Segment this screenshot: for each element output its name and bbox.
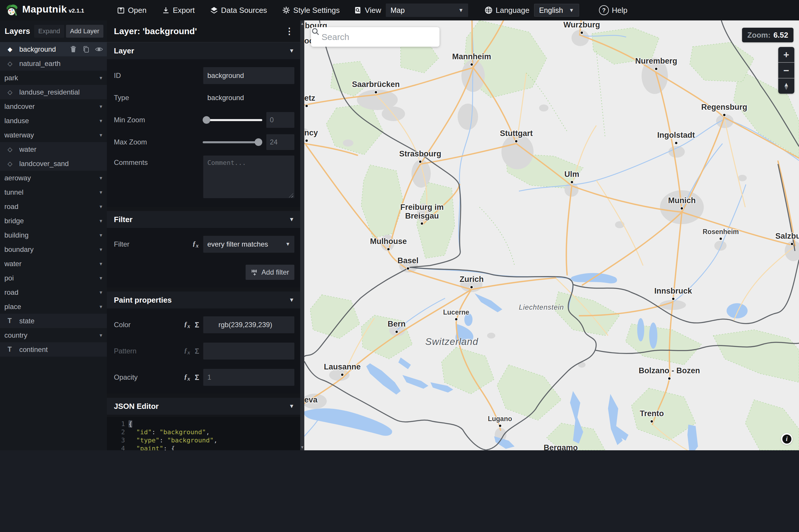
delete-layer-icon[interactable]	[69, 45, 78, 54]
min-zoom-field[interactable]	[266, 112, 294, 128]
min-zoom-slider[interactable]	[203, 116, 262, 124]
color-swatch[interactable]	[204, 318, 213, 331]
layer-list-item[interactable]: poi ▾	[0, 271, 107, 285]
layer-list-item[interactable]: landuse ▾	[0, 114, 107, 128]
section-paint[interactable]: Paint properties ▼	[107, 291, 304, 308]
layer-list-item[interactable]: boundary ▾	[0, 242, 107, 256]
city-label: Innsbruck	[654, 287, 692, 301]
layer-list-item[interactable]: bridge ▾	[0, 214, 107, 228]
map-navigation-controls: + − ▲▼	[778, 47, 794, 94]
city-label: Regensburg	[701, 103, 747, 117]
city-dot	[395, 330, 398, 334]
scroll-up-icon[interactable]: ▲	[300, 20, 304, 26]
add-filter-button[interactable]: Add filter	[246, 265, 294, 280]
editor-scrollbar[interactable]: ▲ ▼	[300, 20, 304, 450]
layer-list-item[interactable]: state	[0, 314, 107, 328]
sigma-icon[interactable]: Σ	[195, 373, 199, 382]
layer-list-item[interactable]: water	[0, 142, 107, 156]
id-label: ID	[114, 72, 203, 80]
city-label: Strasbourg	[399, 150, 441, 164]
function-icon[interactable]: ƒx	[184, 373, 190, 382]
view-select[interactable]: Map ▼	[386, 3, 468, 17]
app-version: v2.1.1	[69, 7, 84, 14]
opacity-field[interactable]	[203, 369, 294, 386]
slider-thumb[interactable]	[203, 116, 210, 124]
max-zoom-slider[interactable]	[203, 138, 262, 146]
layer-list-item[interactable]: road ▾	[0, 199, 107, 214]
city-label: ncy	[304, 129, 318, 142]
help-button[interactable]: ? Help	[599, 5, 627, 15]
function-icon[interactable]: ƒx	[184, 320, 190, 329]
layer-list-item[interactable]: water ▾	[0, 256, 107, 271]
map-viewport[interactable]: bourg oc Wurzburg Mannheim Nuremberg Saa…	[304, 20, 799, 450]
chevron-down-icon: ▼	[289, 216, 294, 223]
city-label: Lucerne	[443, 309, 469, 321]
map-search[interactable]	[311, 27, 440, 47]
globe-icon	[484, 6, 493, 14]
sigma-icon[interactable]: Σ	[195, 321, 199, 329]
city-label: Bergamo	[543, 443, 578, 450]
filter-combinator-select[interactable]: every filter matches ▼	[203, 236, 294, 253]
layer-list-item[interactable]: landuse_residential	[0, 85, 107, 99]
layer-list-item[interactable]: landcover_sand	[0, 156, 107, 171]
id-field[interactable]	[203, 67, 294, 84]
chevron-down-icon: ▼	[289, 403, 294, 410]
attribution-button[interactable]: i	[781, 433, 793, 445]
toggle-visibility-icon[interactable]	[95, 45, 104, 54]
export-button[interactable]: Export	[162, 6, 195, 15]
comments-label: Comments	[114, 155, 203, 167]
city-label: Stuttgart	[500, 129, 533, 143]
duplicate-layer-icon[interactable]	[82, 45, 91, 54]
chevron-down-icon: ▾	[99, 218, 102, 224]
chevron-down-icon: ▼	[564, 7, 574, 14]
layer-list-item[interactable]: continent	[0, 342, 107, 357]
layer-list-item[interactable]: place ▾	[0, 299, 107, 314]
city-dot	[340, 373, 344, 377]
layer-list-item[interactable]: building ▾	[0, 228, 107, 242]
chevron-down-icon: ▾	[99, 132, 102, 138]
scroll-down-icon[interactable]: ▼	[300, 444, 304, 450]
search-input[interactable]	[321, 32, 422, 42]
zoom-indicator: Zoom: 6.52	[742, 28, 794, 42]
city-dot	[305, 139, 309, 142]
city-dot	[374, 91, 377, 94]
chevron-down-icon: ▾	[99, 175, 102, 181]
layer-list-item[interactable]: country ▾	[0, 328, 107, 342]
layer-list-item[interactable]: aeroway ▾	[0, 171, 107, 185]
diamond-outline-icon	[7, 60, 19, 67]
chevron-down-icon: ▾	[99, 204, 102, 210]
json-editor[interactable]: 1 { 2 "id": "background", 3 "type": "bac…	[107, 417, 304, 450]
layer-list-item[interactable]: tunnel ▾	[0, 185, 107, 199]
city-label: Munich	[668, 196, 696, 210]
layer-list-item[interactable]: natural_earth	[0, 56, 107, 71]
json-line: 3 "type": "background",	[110, 436, 304, 444]
kebab-menu-icon[interactable]: ⋮	[285, 27, 294, 36]
zoom-in-button[interactable]: +	[778, 47, 794, 62]
city-label: etz	[304, 94, 315, 108]
layer-list-item[interactable]: landcover ▾	[0, 99, 107, 114]
section-layer[interactable]: Layer ▼	[107, 42, 304, 59]
comments-field[interactable]	[203, 155, 294, 198]
layer-list-item[interactable]: road ▾	[0, 285, 107, 299]
function-icon[interactable]: ƒx	[192, 240, 199, 249]
max-zoom-field[interactable]	[266, 134, 294, 150]
section-filter[interactable]: Filter ▼	[107, 211, 304, 228]
slider-thumb[interactable]	[255, 138, 262, 146]
section-json[interactable]: JSON Editor ▼	[107, 398, 304, 415]
layer-list-item[interactable]: waterway ▾	[0, 128, 107, 142]
language-select[interactable]: English ▼	[534, 4, 579, 17]
add-layer-button[interactable]: Add Layer	[66, 25, 104, 38]
layer-list-item[interactable]: background	[0, 42, 107, 56]
layer-list-item[interactable]: park ▾	[0, 71, 107, 85]
expand-button[interactable]: Expand	[34, 25, 64, 38]
pattern-field[interactable]	[203, 343, 294, 360]
gear-icon	[282, 6, 290, 14]
data-sources-button[interactable]: Data Sources	[210, 6, 267, 15]
compass-button[interactable]: ▲▼	[778, 78, 794, 94]
zoom-out-button[interactable]: −	[778, 62, 794, 78]
style-settings-button[interactable]: Style Settings	[282, 6, 340, 15]
open-button[interactable]: Open	[117, 6, 147, 15]
color-field[interactable]	[203, 316, 294, 333]
chevron-down-icon: ▾	[99, 304, 102, 310]
city-label: Mannheim	[452, 53, 491, 66]
